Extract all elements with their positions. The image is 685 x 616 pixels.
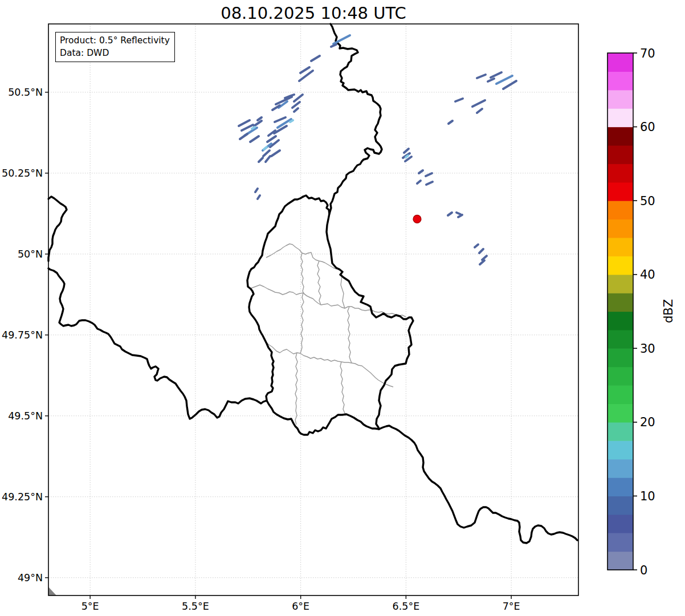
- echo-segment: [406, 156, 408, 157]
- colorbar-band: [607, 533, 633, 552]
- colorbar-tick-label: 20: [640, 415, 655, 429]
- map-frame: [48, 24, 578, 595]
- y-tick-label: 49°N: [18, 572, 43, 584]
- colorbar-band: [607, 53, 633, 72]
- colorbar-band: [607, 90, 633, 109]
- colorbar-tick-label: 50: [640, 194, 655, 208]
- colorbar-band: [607, 515, 633, 533]
- country-borders: [48, 24, 577, 543]
- border-fr-lu-be: [48, 268, 379, 435]
- border-fr-de: [379, 426, 577, 543]
- y-tick-label: 49.75°N: [2, 329, 43, 341]
- canton-border: [340, 362, 346, 414]
- echo-segment: [503, 81, 516, 89]
- border-be-de-lu-east: [327, 24, 413, 429]
- echo-segment: [271, 150, 280, 156]
- colorbar-axis-label: dBZ: [662, 299, 675, 323]
- echo-segment: [294, 108, 298, 112]
- colorbar-band: [607, 256, 633, 275]
- colorbar: [607, 53, 633, 570]
- gridlines: [48, 24, 578, 595]
- radar-map-figure: 08.10.2025 10:48 UTC: [0, 0, 685, 616]
- echo-segment: [311, 56, 320, 61]
- echo-segment: [267, 136, 276, 142]
- border-lu-west: [247, 197, 303, 400]
- echo-segment: [479, 249, 483, 253]
- product-info-line1: Product: 0.5° Reflectivity: [60, 34, 170, 47]
- colorbar-band: [607, 127, 633, 146]
- colorbar-tick-label: 0: [640, 564, 647, 577]
- echo-segment: [258, 195, 260, 199]
- echo-segment: [477, 109, 482, 113]
- colorbar-band: [607, 367, 633, 386]
- echo-segment: [458, 215, 462, 217]
- colorbar-tick-label: 10: [640, 489, 655, 503]
- echo-segment: [488, 79, 494, 81]
- colorbar-band: [607, 219, 633, 238]
- echo-segment: [404, 149, 409, 153]
- map-canvas: 5°E5.5°E6°E6.5°E7°E50.5°N50.25°N50°N49.7…: [0, 0, 685, 616]
- colorbar-band: [607, 164, 633, 182]
- colorbar-band: [607, 496, 633, 515]
- colorbar-band: [607, 552, 633, 570]
- colorbar-band: [607, 238, 633, 256]
- echo-segment: [456, 213, 460, 214]
- echo-segment: [491, 72, 501, 77]
- x-tick-label: 5.5°E: [182, 601, 209, 612]
- colorbar-band: [607, 330, 633, 349]
- y-tick-label: 49.5°N: [8, 410, 43, 422]
- colorbar-band: [607, 293, 633, 312]
- colorbar-band: [607, 385, 633, 404]
- axis-labels: 5°E5.5°E6°E6.5°E7°E50.5°N50.25°N50°N49.7…: [2, 87, 520, 612]
- echo-segment: [252, 127, 255, 129]
- colorbar-band: [607, 312, 633, 331]
- echo-segment: [417, 181, 421, 183]
- y-tick-label: 50.25°N: [2, 168, 43, 179]
- colorbar-band: [607, 459, 633, 478]
- y-tick-label: 49.25°N: [2, 491, 43, 503]
- colorbar-tick-label: 70: [640, 47, 655, 60]
- echo-segment: [294, 95, 303, 101]
- colorbar-band: [607, 71, 633, 90]
- colorbar-band: [607, 201, 633, 219]
- echo-segment: [426, 173, 432, 176]
- x-tick-label: 6.5°E: [393, 601, 420, 612]
- colorbar-band: [607, 422, 633, 441]
- echo-segment: [331, 44, 336, 47]
- echo-segment: [259, 158, 263, 162]
- echo-segment: [250, 136, 259, 142]
- colorbar-band: [607, 440, 633, 459]
- y-tick-label: 50°N: [18, 248, 43, 260]
- canton-borders: [251, 244, 406, 425]
- echo-segment: [455, 99, 463, 101]
- echo-segment: [475, 244, 478, 247]
- echo-segment: [448, 213, 452, 215]
- corner-patch: [48, 587, 56, 595]
- echo-segment: [448, 121, 452, 124]
- canton-border: [317, 261, 321, 305]
- echo-segment: [477, 75, 486, 78]
- axis-ticks: [45, 92, 511, 599]
- x-tick-label: 7°E: [503, 601, 520, 612]
- colorbar-ticks: 010203040506070: [633, 47, 655, 577]
- echo-segment: [255, 189, 258, 192]
- colorbar-band: [607, 403, 633, 422]
- echo-segment: [472, 100, 485, 107]
- echo-segment: [240, 134, 247, 139]
- y-tick-label: 50.5°N: [8, 87, 43, 98]
- colorbar-tick-label: 60: [640, 120, 655, 134]
- product-info-box: Product: 0.5° Reflectivity Data: DWD: [55, 32, 175, 62]
- echo-segment: [266, 156, 270, 162]
- radar-site-dot: [413, 215, 421, 223]
- colorbar-band: [607, 478, 633, 496]
- x-tick-label: 6°E: [292, 601, 309, 612]
- radar-echoes: [239, 35, 516, 264]
- echo-segment: [292, 102, 300, 108]
- echo-segment: [482, 256, 487, 260]
- radar-site-marker: [413, 215, 421, 223]
- x-tick-label: 5°E: [81, 601, 99, 612]
- colorbar-band: [607, 182, 633, 201]
- canton-border: [295, 353, 297, 425]
- echo-segment: [419, 170, 423, 173]
- echo-segment: [258, 117, 262, 120]
